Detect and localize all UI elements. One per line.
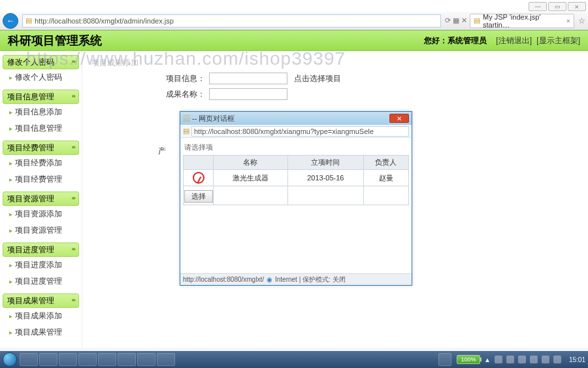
tray-icon[interactable]: [542, 356, 549, 363]
col-name: 名称: [214, 156, 288, 170]
sidebar-group-password[interactable]: 修改个人密码••: [3, 55, 79, 69]
tab-close-icon[interactable]: ×: [566, 17, 570, 25]
show-frame-link[interactable]: [显示主框架]: [536, 36, 580, 45]
tray-icon[interactable]: [495, 356, 502, 363]
status-zone: Internet | 保护模式: 关闭: [275, 275, 346, 284]
col-select: [184, 156, 214, 170]
sidebar-group-project-info[interactable]: 项目信息管理••: [3, 90, 79, 104]
sidebar-item-resource-add[interactable]: 项目资源添加: [3, 206, 79, 222]
sidebar-item-project-info-manage[interactable]: 项目信息管理: [3, 120, 79, 137]
col-date: 立项时间: [287, 156, 363, 170]
sidebar-item-change-password[interactable]: 修改个人密码: [3, 69, 79, 86]
table-row[interactable]: 激光生成器 2013-05-16 赵曼: [184, 170, 409, 186]
address-bar[interactable]: ▤ http://localhost:8080/xmglxt/admin/ind…: [22, 14, 441, 27]
taskbar-app-4[interactable]: [78, 353, 97, 366]
close-window-button[interactable]: ⨯: [568, 2, 586, 11]
taskbar-app-8[interactable]: [157, 353, 175, 366]
app-header: 科研项目管理系统 您好：系统管理员 [注销退出] [显示主框架]: [0, 30, 588, 51]
cell-owner: 赵曼: [363, 170, 408, 186]
dialog-icon: ▤: [183, 114, 190, 122]
dialog-urlbar: ▤ http://localhost:8080/xmglxt/xiangmu?t…: [180, 125, 412, 138]
url-text: http://localhost:8080/xmglxt/admin/index…: [35, 17, 174, 25]
logout-link[interactable]: [注销退出]: [496, 36, 532, 45]
browser-tab[interactable]: ▤ My JSP 'index.jsp' startin… ×: [470, 14, 574, 28]
taskbar-app-1[interactable]: [20, 353, 38, 366]
col-owner: 负责人: [363, 156, 408, 170]
network-icon[interactable]: [553, 356, 561, 363]
field-product-label: 产: [91, 146, 170, 157]
tray-icon[interactable]: [506, 356, 514, 363]
cell-name: 激光生成器: [214, 170, 288, 186]
sidebar-item-result-add[interactable]: 项目成果添加: [3, 308, 79, 324]
browser-toolbar: ← ▤ http://localhost:8080/xmglxt/admin/i…: [0, 12, 588, 30]
taskbar: 100% ▲ 15:01: [0, 351, 588, 368]
tray-icon[interactable]: [530, 356, 538, 363]
dialog-titlebar[interactable]: ▤ -- 网页对话框 ✕: [180, 112, 412, 125]
field-project-hint[interactable]: 点击选择项目: [294, 73, 341, 84]
select-button[interactable]: 选择: [184, 190, 213, 203]
sidebar: 修改个人密码•• 修改个人密码 项目信息管理•• 项目信息添加 项目信息管理 项…: [0, 51, 82, 351]
sidebar-group-progress[interactable]: 项目进度管理••: [3, 243, 79, 257]
header-right: 您好：系统管理员 [注销退出] [显示主框架]: [424, 35, 580, 46]
field-project-label: 项目信息：: [91, 73, 209, 84]
maximize-button[interactable]: ▭: [548, 2, 566, 11]
tab-title: My JSP 'index.jsp' startin…: [483, 13, 563, 29]
field-project-input[interactable]: [209, 73, 287, 84]
taskbar-app-5[interactable]: [98, 353, 116, 366]
globe-icon: ◉: [267, 276, 272, 283]
cursor-pointer-icon: [193, 172, 204, 184]
welcome-text: 您好：系统管理员: [424, 36, 487, 45]
dialog-title-text: ▤ -- 网页对话框: [183, 114, 235, 124]
tray-app-icon[interactable]: [438, 353, 451, 366]
dialog-close-button[interactable]: ✕: [389, 114, 409, 123]
sidebar-group-resource[interactable]: 项目资源管理••: [3, 192, 79, 206]
cell-date: 2013-05-16: [287, 170, 363, 186]
dialog-body: 请选择项 名称 立项时间 负责人 激光生成器 2013-05-16 赵曼 选择: [180, 138, 412, 208]
taskbar-app-6[interactable]: [118, 353, 136, 366]
taskbar-app-3[interactable]: [59, 353, 77, 366]
field-result-name-input[interactable]: [209, 88, 287, 100]
page-icon: ▤: [25, 16, 32, 25]
app-title: 科研项目管理系统: [8, 33, 102, 48]
status-url: http://localhost:8080/xmglxt/: [183, 276, 264, 283]
dialog-table: 名称 立项时间 负责人 激光生成器 2013-05-16 赵曼 选择: [183, 155, 409, 205]
sidebar-item-project-info-add[interactable]: 项目信息添加: [3, 104, 79, 120]
favorites-icon[interactable]: ☆: [578, 16, 585, 25]
dialog-url-field[interactable]: http://localhost:8080/xmglxt/xiangmu?typ…: [191, 126, 409, 137]
field-result-name-label: 成果名称：: [91, 89, 209, 100]
dialog-instruction: 请选择项: [184, 142, 408, 152]
sidebar-item-result-manage[interactable]: 项目成果管理: [3, 324, 79, 341]
start-button[interactable]: [3, 352, 17, 367]
sidebar-item-funds-add[interactable]: 项目经费添加: [3, 155, 79, 171]
volume-icon[interactable]: [518, 356, 526, 363]
content-tab-label: 项目成果添加: [91, 58, 579, 69]
minimize-button[interactable]: —: [529, 2, 547, 11]
table-row: 选择: [184, 186, 409, 205]
sidebar-item-progress-manage[interactable]: 项目进度管理: [3, 273, 79, 290]
dialog-statusbar: http://localhost:8080/xmglxt/ ◉ Internet…: [180, 273, 412, 285]
sidebar-item-resource-manage[interactable]: 项目资源管理: [3, 222, 79, 239]
back-button[interactable]: ←: [3, 13, 18, 29]
system-tray: 100% ▲ 15:01: [438, 353, 585, 366]
dialog-url-icon: ▤: [183, 127, 189, 135]
window-controls: — ▭ ⨯: [529, 2, 586, 11]
clock[interactable]: 15:01: [569, 356, 585, 363]
tray-expand-icon[interactable]: ▲: [484, 356, 491, 363]
sidebar-group-result[interactable]: 项目成果管理••: [3, 293, 79, 308]
tab-icon: ▤: [474, 16, 480, 25]
taskbar-app-2[interactable]: [39, 353, 57, 366]
sidebar-group-funds[interactable]: 项目经费管理••: [3, 141, 79, 155]
taskbar-app-7[interactable]: [137, 353, 155, 366]
sidebar-item-funds-manage[interactable]: 项目经费管理: [3, 171, 79, 188]
popup-dialog: ▤ -- 网页对话框 ✕ ▤ http://localhost:8080/xmg…: [180, 111, 412, 286]
battery-indicator[interactable]: 100%: [457, 355, 480, 364]
sidebar-item-progress-add[interactable]: 项目进度添加: [3, 257, 79, 273]
browser-actions[interactable]: ⟳ ▦ ✕: [445, 16, 467, 25]
